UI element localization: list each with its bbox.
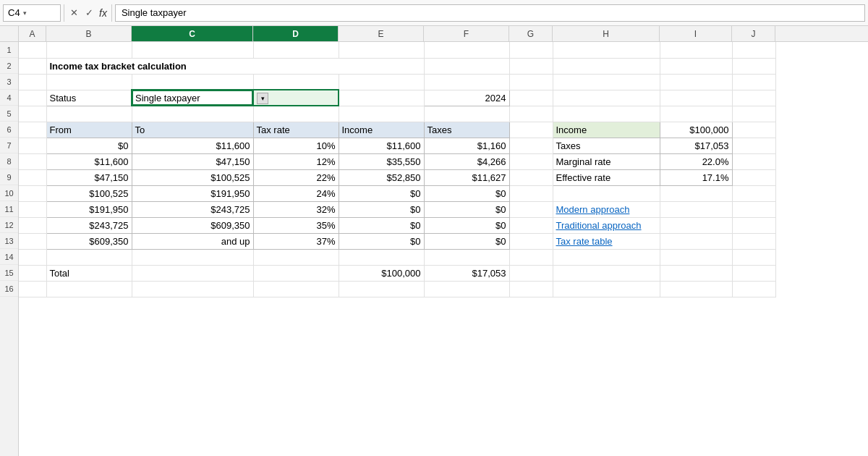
- r2f[interactable]: [424, 58, 509, 74]
- row-num-8[interactable]: 8: [0, 153, 18, 169]
- r3c[interactable]: [132, 74, 253, 90]
- r6i[interactable]: $100,000: [660, 122, 732, 138]
- r16g[interactable]: [509, 281, 553, 297]
- r4j[interactable]: [732, 90, 775, 106]
- r16j[interactable]: [732, 281, 775, 297]
- r16c[interactable]: [132, 281, 253, 297]
- row-num-11[interactable]: 11: [0, 201, 18, 217]
- r10g[interactable]: [509, 185, 553, 201]
- row-num-12[interactable]: 12: [0, 217, 18, 233]
- row-num-14[interactable]: 14: [0, 249, 18, 265]
- r15h[interactable]: [553, 265, 660, 281]
- r4c[interactable]: Single taxpayer: [132, 90, 253, 106]
- r1h[interactable]: [553, 42, 660, 58]
- r5a[interactable]: [19, 106, 46, 122]
- col-header-c[interactable]: C: [132, 26, 253, 41]
- r8g[interactable]: [509, 153, 553, 169]
- r9d[interactable]: 22%: [253, 169, 339, 185]
- r12j[interactable]: [732, 217, 775, 233]
- r5b[interactable]: [46, 106, 132, 122]
- r9j[interactable]: [732, 169, 775, 185]
- r8e[interactable]: $35,550: [339, 153, 424, 169]
- r2g[interactable]: [509, 58, 553, 74]
- r4h[interactable]: [553, 90, 660, 106]
- r8a[interactable]: [19, 153, 46, 169]
- r7a[interactable]: [19, 138, 46, 153]
- r3a[interactable]: [19, 74, 46, 90]
- r14e[interactable]: [339, 249, 424, 265]
- r8d[interactable]: 12%: [253, 153, 339, 169]
- r8i[interactable]: 22.0%: [660, 153, 732, 169]
- r14g[interactable]: [509, 249, 553, 265]
- r8j[interactable]: [732, 153, 775, 169]
- r12b[interactable]: $243,725: [46, 217, 132, 233]
- r3g[interactable]: [509, 74, 553, 90]
- col-header-a[interactable]: A: [19, 26, 46, 41]
- r16e[interactable]: [339, 281, 424, 297]
- r15a[interactable]: [19, 265, 46, 281]
- r10c[interactable]: $191,950: [132, 185, 253, 201]
- col-header-b[interactable]: B: [46, 26, 132, 41]
- row-num-1[interactable]: 1: [0, 42, 18, 58]
- r4g[interactable]: [509, 90, 553, 106]
- r9f[interactable]: $11,627: [424, 169, 509, 185]
- row-num-16[interactable]: 16: [0, 281, 18, 297]
- r7d[interactable]: 10%: [253, 138, 339, 153]
- r11c[interactable]: $243,725: [132, 201, 253, 217]
- r10b[interactable]: $100,525: [46, 185, 132, 201]
- r1j[interactable]: [732, 42, 775, 58]
- r12i[interactable]: [660, 217, 732, 233]
- r10f[interactable]: $0: [424, 185, 509, 201]
- row-num-4[interactable]: 4: [0, 90, 18, 106]
- r6j[interactable]: [732, 122, 775, 138]
- r2i[interactable]: [660, 58, 732, 74]
- r9g[interactable]: [509, 169, 553, 185]
- cell-reference-box[interactable]: C4 ▾: [3, 4, 61, 22]
- r9a[interactable]: [19, 169, 46, 185]
- r5d[interactable]: [253, 106, 339, 122]
- r1a[interactable]: [19, 42, 46, 58]
- r13d[interactable]: 37%: [253, 233, 339, 249]
- row-num-3[interactable]: 3: [0, 74, 18, 90]
- r10i[interactable]: [660, 185, 732, 201]
- r13h[interactable]: Tax rate table: [553, 233, 660, 249]
- r8c[interactable]: $47,150: [132, 153, 253, 169]
- formula-content[interactable]: Single taxpayer: [115, 4, 865, 22]
- r7b[interactable]: $0: [46, 138, 132, 153]
- r15j[interactable]: [732, 265, 775, 281]
- r4d[interactable]: ▾: [253, 90, 339, 106]
- r8b[interactable]: $11,600: [46, 153, 132, 169]
- r1d[interactable]: [253, 42, 339, 58]
- r4e[interactable]: [339, 90, 424, 106]
- r11a[interactable]: [19, 201, 46, 217]
- r13j[interactable]: [732, 233, 775, 249]
- r5f[interactable]: [424, 106, 509, 122]
- r2h[interactable]: [553, 58, 660, 74]
- r4b[interactable]: Status: [46, 90, 132, 106]
- r1i[interactable]: [660, 42, 732, 58]
- r12d[interactable]: 35%: [253, 217, 339, 233]
- r13c[interactable]: and up: [132, 233, 253, 249]
- r11g[interactable]: [509, 201, 553, 217]
- row-num-2[interactable]: 2: [0, 58, 18, 74]
- r5i[interactable]: [660, 106, 732, 122]
- r11e[interactable]: $0: [339, 201, 424, 217]
- r3e[interactable]: [339, 74, 424, 90]
- r14d[interactable]: [253, 249, 339, 265]
- col-header-d[interactable]: D: [253, 26, 339, 41]
- col-header-i[interactable]: I: [660, 26, 732, 41]
- r3j[interactable]: [732, 74, 775, 90]
- row-num-6[interactable]: 6: [0, 122, 18, 138]
- r9e[interactable]: $52,850: [339, 169, 424, 185]
- r15d[interactable]: [253, 265, 339, 281]
- r15b[interactable]: Total: [46, 265, 132, 281]
- r13g[interactable]: [509, 233, 553, 249]
- r10a[interactable]: [19, 185, 46, 201]
- r9h[interactable]: Effective rate: [553, 169, 660, 185]
- r16f[interactable]: [424, 281, 509, 297]
- r14i[interactable]: [660, 249, 732, 265]
- r6f[interactable]: Taxes: [424, 122, 509, 138]
- r12c[interactable]: $609,350: [132, 217, 253, 233]
- col-header-h[interactable]: H: [553, 26, 660, 41]
- confirm-edit-icon[interactable]: ✓: [84, 7, 95, 18]
